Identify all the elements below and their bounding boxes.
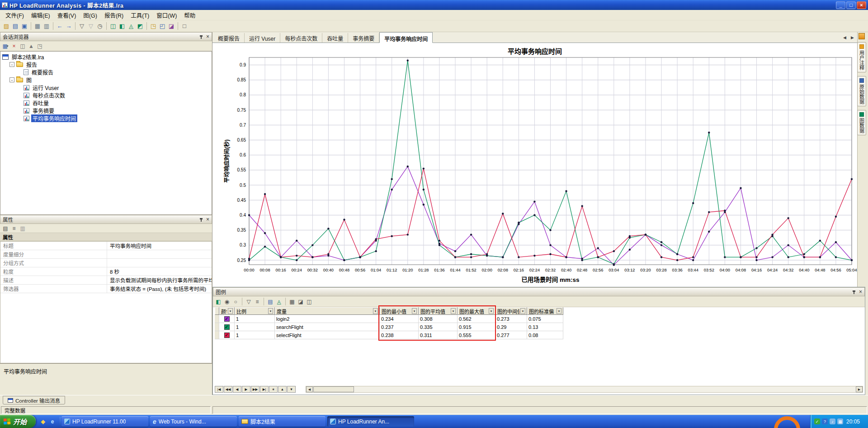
- tree-item[interactable]: 概要报告: [0, 68, 212, 76]
- add-new-graph-button[interactable]: ◫: [108, 22, 118, 31]
- pin-icon[interactable]: [852, 290, 856, 294]
- graph-tab-5[interactable]: 事务摘要: [348, 33, 379, 43]
- measurement-description-button[interactable]: ▤: [266, 298, 274, 306]
- cross-with-result-button[interactable]: ◩: [136, 22, 145, 31]
- tree-item[interactable]: 平均事务响应时间: [0, 114, 212, 122]
- set-filter-button[interactable]: ▽: [77, 22, 86, 31]
- ie-quick-icon[interactable]: e: [48, 418, 57, 426]
- legend-col-avg[interactable]: 图的平均值▼: [419, 307, 458, 315]
- close-button[interactable]: ×: [857, 1, 866, 9]
- scrollbar-thumb[interactable]: [313, 386, 354, 392]
- chart-svg[interactable]: 0.250.30.350.40.450.50.550.60.650.70.750…: [212, 54, 857, 287]
- menu-item-5[interactable]: 报告(R): [101, 10, 127, 21]
- filter-dropdown-icon[interactable]: ▼: [412, 308, 417, 314]
- color-checkbox[interactable]: ✓: [224, 333, 230, 338]
- side-tab-3[interactable]: 图数据: [857, 110, 866, 135]
- close-panel-icon[interactable]: ×: [206, 34, 209, 39]
- configure-measurements-button[interactable]: ◧: [214, 298, 222, 306]
- auto-correlate-button[interactable]: ◬: [127, 22, 136, 31]
- open-in-new-window-button[interactable]: ◳: [36, 42, 44, 50]
- tree-item[interactable]: 吞吐量: [0, 99, 212, 107]
- start-button[interactable]: 开始: [0, 415, 36, 428]
- menu-item-6[interactable]: 工具(T): [127, 10, 153, 21]
- menu-item-8[interactable]: 帮助: [180, 10, 199, 21]
- maximize-button[interactable]: □: [846, 1, 856, 9]
- menu-item-3[interactable]: 查看(V): [54, 10, 80, 21]
- legend-col-color[interactable]: 颜色▼: [219, 307, 235, 315]
- tree-item[interactable]: -图: [0, 76, 212, 84]
- property-value[interactable]: 平均事务响应时间: [107, 242, 212, 249]
- network-icon[interactable]: ▦: [837, 418, 843, 424]
- tree-item[interactable]: 事务摘要: [0, 107, 212, 114]
- taskbar-task-3[interactable]: 脚本2结果: [239, 416, 326, 427]
- html-report-button[interactable]: ◳: [149, 22, 158, 31]
- merge-graphs-button[interactable]: ◧: [118, 22, 127, 31]
- property-value[interactable]: 8 秒: [107, 268, 212, 275]
- graph-properties-button[interactable]: ◪: [297, 298, 305, 306]
- legend-col-median[interactable]: 图的中间值▼: [495, 307, 527, 315]
- legend-row[interactable]: ✓1searchFlight0.2370.3350.9150.290.13: [215, 323, 563, 331]
- undo-button[interactable]: ←: [55, 22, 64, 31]
- taskbar-clock[interactable]: 20:05: [846, 418, 860, 425]
- minimize-button[interactable]: _: [836, 1, 845, 9]
- legend-col-max[interactable]: 图的最大值▼: [458, 307, 495, 315]
- clear-filter-button[interactable]: ▽: [86, 22, 95, 31]
- raw-data-button[interactable]: ▦: [288, 298, 296, 306]
- tree-expander-icon[interactable]: -: [9, 62, 14, 67]
- pin-icon[interactable]: [199, 35, 203, 39]
- legend-col-min[interactable]: 图的最小值▼: [380, 307, 419, 315]
- property-pages-button[interactable]: ▥: [19, 224, 27, 233]
- dock-strip-icon[interactable]: [859, 33, 865, 39]
- filter-dropdown-icon[interactable]: ▼: [557, 308, 561, 314]
- side-tab-1[interactable]: 用户注释: [857, 42, 866, 72]
- auto-size-columns-button[interactable]: ◫: [305, 298, 313, 306]
- next-page-button[interactable]: ▶: [242, 386, 250, 393]
- move-up-button[interactable]: ▲: [27, 42, 35, 50]
- volume-icon[interactable]: ♪: [830, 418, 835, 424]
- legend-hscrollbar[interactable]: ◀ ▶: [306, 386, 863, 393]
- refresh-button[interactable]: ∗: [269, 386, 278, 393]
- color-checkbox[interactable]: ✓: [224, 316, 230, 322]
- color-checkbox[interactable]: ✓: [224, 324, 230, 330]
- graph-tab-3[interactable]: 每秒点击次数: [280, 33, 322, 43]
- delete-item-button[interactable]: ×: [10, 42, 18, 50]
- controller-output-tab[interactable]: Controller 输出消息: [3, 396, 65, 404]
- taskbar-task-4[interactable]: HP LoadRunner An...: [327, 416, 414, 427]
- set-granularity-button[interactable]: ◷: [95, 22, 104, 31]
- legend-row[interactable]: ✓1selectFlight0.2380.3110.5550.2770.08: [215, 331, 563, 339]
- property-value[interactable]: 事务结束状态 = (Pass), (未 包括思考时间): [107, 285, 212, 292]
- taskbar-task-1[interactable]: HP LoadRunner 11.00: [61, 416, 148, 427]
- save-session-button[interactable]: ▣: [20, 22, 29, 31]
- open-session-button[interactable]: ▨: [2, 22, 11, 31]
- filter-dropdown-icon[interactable]: ▼: [373, 308, 378, 314]
- print-preview-button[interactable]: ▥: [42, 22, 51, 31]
- duplicate-item-button[interactable]: ◫: [19, 42, 27, 50]
- property-value[interactable]: 显示负载测试期间每秒内执行事务所需的平均: [107, 276, 212, 284]
- edit-button[interactable]: ▲: [278, 386, 287, 393]
- tree-expander-icon[interactable]: -: [9, 77, 14, 82]
- filter-dropdown-icon[interactable]: ▼: [228, 308, 233, 314]
- scroll-right-icon[interactable]: ▶: [856, 386, 863, 392]
- tree-item[interactable]: -报告: [0, 61, 212, 68]
- categorized-view-button[interactable]: ▤: [1, 224, 9, 233]
- menu-item-4[interactable]: 图(G): [80, 10, 101, 21]
- prev-fast-button[interactable]: ◀◀: [224, 386, 232, 393]
- title-bar[interactable]: HP LoadRunner Analysis - 脚本2结果.lra _ □ ×: [0, 0, 868, 10]
- menu-item-2[interactable]: 编辑(E): [28, 10, 54, 21]
- tree-item[interactable]: 每秒点击次数: [0, 91, 212, 99]
- menu-item-1[interactable]: 文件(F): [2, 10, 28, 21]
- prev-page-button[interactable]: ◀: [233, 386, 241, 393]
- alphabetic-view-button[interactable]: ≡: [10, 224, 18, 233]
- menu-item-7[interactable]: 窗口(W): [153, 10, 180, 21]
- filter-dropdown-icon[interactable]: ▼: [520, 308, 525, 314]
- close-panel-icon[interactable]: ×: [206, 217, 209, 222]
- tab-scroll-right-icon[interactable]: ▶: [849, 34, 856, 41]
- new-window-button[interactable]: □: [180, 22, 189, 31]
- word-report-button[interactable]: ◰: [158, 22, 167, 31]
- hide-measurement-button[interactable]: ○: [231, 298, 240, 306]
- help-icon[interactable]: ?: [822, 418, 828, 424]
- tab-scroll-left-icon[interactable]: ◀: [841, 34, 848, 41]
- print-button[interactable]: ▦: [33, 22, 42, 31]
- animate-selected-button[interactable]: ◬: [275, 298, 283, 306]
- graph-tab-1[interactable]: 概要报告: [213, 33, 245, 43]
